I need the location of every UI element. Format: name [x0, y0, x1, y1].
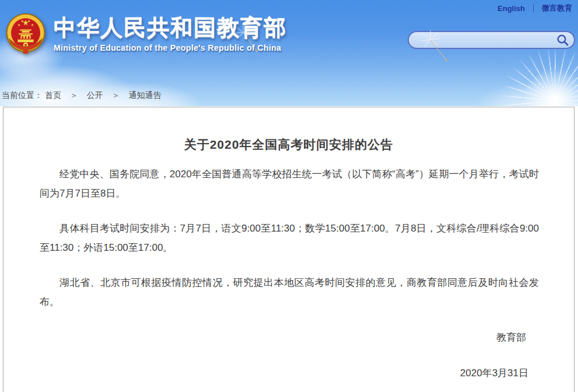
top-link-weiyan-jiaoyu[interactable]: 微言教育: [542, 3, 572, 13]
dandelion-decoration: [499, 46, 578, 106]
topbar-divider: [533, 5, 534, 12]
article-signature: 教育部: [40, 328, 539, 347]
article-paragraph-2: 具体科目考试时间安排为：7月7日，语文9:00至11:30；数学15:00至17…: [40, 219, 539, 257]
topbar: English 微言教育: [498, 3, 572, 13]
breadcrumb-item-tongzhitonggao[interactable]: 通知通告: [128, 90, 161, 100]
search-button[interactable]: [555, 32, 574, 48]
breadcrumb-separator: ＞: [112, 90, 120, 100]
article-title: 关于2020年全国高考时间安排的公告: [3, 107, 574, 153]
article-paragraph-3: 湖北省、北京市可根据疫情防控情况，研究提出本地区高考时间安排的意见，商教育部同意…: [40, 273, 539, 312]
search-box: [408, 31, 575, 49]
national-emblem-logo: [5, 13, 47, 60]
article-date: 2020年3月31日: [40, 363, 539, 383]
breadcrumb-separator: ＞: [70, 90, 78, 100]
breadcrumb-item-home[interactable]: 首页: [45, 90, 61, 100]
breadcrumb-item-gongkai[interactable]: 公开: [87, 90, 103, 100]
page: English 微言教育: [0, 0, 578, 392]
search-input[interactable]: [409, 32, 555, 48]
search-icon: [556, 34, 569, 47]
top-link-english[interactable]: English: [498, 4, 525, 13]
site-subtitle: Ministry of Education of the People's Re…: [54, 43, 287, 52]
breadcrumb: 当前位置： 首页 ＞ 公开 ＞ 通知通告: [2, 90, 161, 101]
site-header: English 微言教育: [0, 0, 578, 106]
breadcrumb-label: 当前位置：: [2, 90, 43, 100]
article-paragraph-1: 经党中央、国务院同意，2020年全国普通高等学校招生统一考试（以下简称“高考”）…: [40, 164, 539, 203]
article-body: 经党中央、国务院同意，2020年全国普通高等学校招生统一考试（以下简称“高考”）…: [40, 164, 539, 383]
brand-text: 中华人民共和国教育部 Ministry of Education of the …: [54, 13, 287, 52]
site-brand: 中华人民共和国教育部 Ministry of Education of the …: [5, 13, 287, 60]
site-title: 中华人民共和国教育部: [54, 16, 287, 40]
article-panel: 关于2020年全国高考时间安排的公告 经党中央、国务院同意，2020年全国普通高…: [3, 107, 575, 392]
